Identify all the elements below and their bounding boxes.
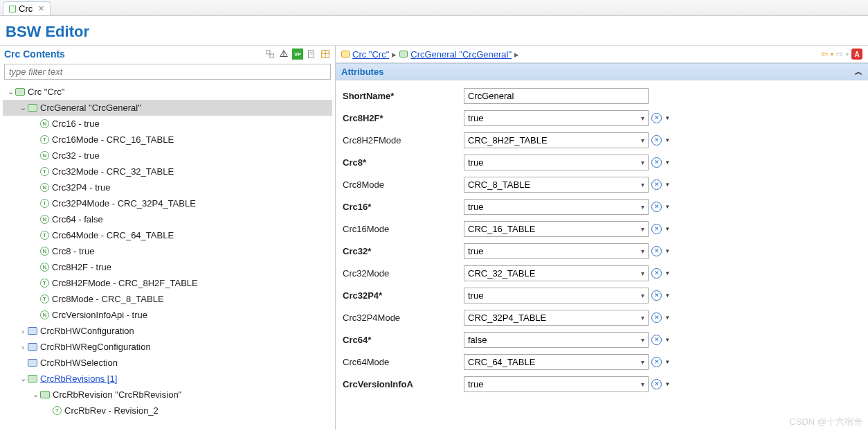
vp-res-icon[interactable]: VP	[292, 49, 303, 60]
attribute-menu-icon[interactable]: ▾	[666, 137, 669, 143]
doc-icon[interactable]	[306, 49, 317, 60]
attribute-label: Crc64Mode	[343, 357, 464, 367]
attribute-menu-icon[interactable]: ▾	[666, 292, 669, 299]
collapse-tree-icon[interactable]	[278, 49, 289, 60]
expand-closed-icon[interactable]: ›	[18, 343, 28, 351]
tree-label: CrcRbHWSelection	[40, 358, 118, 368]
attribute-row: Crc32P4*true▾✕▾	[343, 284, 861, 306]
tree-row[interactable]: ·TCrcRbRev - Revision_2	[3, 403, 332, 419]
attribute-menu-icon[interactable]: ▾	[666, 225, 669, 232]
attribute-label: Crc32P4*	[343, 290, 464, 301]
tree-row[interactable]: ·CrcRbHWSelection	[3, 355, 332, 371]
attribute-select[interactable]: true▾	[464, 155, 649, 170]
chevron-down-icon: ▾	[641, 270, 644, 277]
tab-crc[interactable]: Crc ✕	[3, 1, 51, 15]
tree-row[interactable]: ›CrcRbHWConfiguration	[3, 323, 332, 339]
tree-row[interactable]: ·TCrc8Mode - CRC_8_TABLE	[3, 291, 332, 307]
annotation-badge[interactable]: A	[851, 49, 862, 60]
expand-open-icon[interactable]: ⌄	[18, 374, 28, 383]
reset-icon[interactable]: ✕	[651, 157, 662, 168]
attribute-menu-icon[interactable]: ▾	[666, 181, 669, 188]
numeric-param-icon: N	[40, 215, 49, 224]
attribute-select[interactable]: true▾	[464, 243, 649, 259]
tree-row[interactable]: ·NCrc8 - true	[3, 243, 332, 259]
attribute-label: Crc32*	[343, 246, 464, 256]
reset-icon[interactable]: ✕	[651, 246, 662, 256]
contents-toolbar: VP	[264, 49, 331, 60]
tree-label: CrcRbRevisions [1]	[40, 373, 117, 384]
tree-row[interactable]: ·NCrc64 - false	[3, 211, 332, 227]
reset-icon[interactable]: ✕	[651, 224, 662, 234]
tree-row[interactable]: ·NCrc32P4 - true	[3, 179, 332, 195]
attribute-select[interactable]: CRC_64_TABLE▾	[464, 354, 649, 370]
attribute-select[interactable]: true▾	[464, 288, 649, 304]
attribute-menu-icon[interactable]: ▾	[666, 114, 669, 121]
reset-icon[interactable]: ✕	[651, 135, 662, 146]
back-dropdown-icon[interactable]: ▾	[831, 51, 833, 58]
reset-icon[interactable]: ✕	[651, 357, 662, 367]
tree-row[interactable]: ·TCrc8H2FMode - CRC_8H2F_TABLE	[3, 275, 332, 291]
expand-open-icon[interactable]: ⌄	[18, 103, 28, 112]
tree-row[interactable]: ·TCrc64Mode - CRC_64_TABLE	[3, 227, 332, 243]
attribute-select[interactable]: true▾	[464, 376, 649, 392]
tree-label: Crc64Mode - CRC_64_TABLE	[52, 230, 174, 240]
tree-row[interactable]: ·TCrc32Mode - CRC_32_TABLE	[3, 164, 332, 179]
back-arrow-icon[interactable]: ⇦	[821, 49, 828, 59]
attribute-select[interactable]: CRC_8H2F_TABLE▾	[464, 132, 649, 148]
attribute-menu-icon[interactable]: ▾	[666, 314, 669, 321]
select-value: false	[468, 335, 487, 345]
attribute-menu-icon[interactable]: ▾	[666, 358, 669, 365]
tree-row[interactable]: ·TCrc16Mode - CRC_16_TABLE	[3, 132, 332, 148]
reset-icon[interactable]: ✕	[651, 179, 662, 190]
tree-row[interactable]: ·NCrc32 - true	[3, 148, 332, 164]
tree-row[interactable]: ·NCrcVersionInfoApi - true	[3, 307, 332, 323]
attribute-row: CrcVersionInfoAtrue▾✕▾	[343, 373, 861, 395]
tree-row[interactable]: ⌄Crc "Crc"	[3, 84, 332, 100]
attribute-select[interactable]: CRC_32_TABLE▾	[464, 265, 649, 281]
tab-bar: Crc ✕	[0, 0, 868, 16]
tree-row[interactable]: ·NCrc8H2F - true	[3, 259, 332, 275]
tree-row[interactable]: ·TCrc32P4Mode - CRC_32P4_TABLE	[3, 195, 332, 211]
attribute-menu-icon[interactable]: ▾	[666, 380, 669, 387]
tree-row[interactable]: ›CrcRbHWRegConfiguration	[3, 339, 332, 355]
expand-open-icon[interactable]: ⌄	[30, 390, 40, 399]
attributes-header[interactable]: Attributes ︽	[336, 63, 868, 80]
attribute-select[interactable]: true▾	[464, 110, 649, 126]
tree-row[interactable]: ⌄CrcRbRevision "CrcRbRevision"	[3, 387, 332, 403]
attribute-row: Crc8ModeCRC_8_TABLE▾✕▾	[343, 173, 861, 195]
attribute-select[interactable]: CRC_32P4_TABLE▾	[464, 310, 649, 326]
reset-icon[interactable]: ✕	[651, 335, 662, 345]
filter-input[interactable]	[4, 64, 331, 80]
attribute-text-input[interactable]	[464, 88, 649, 104]
attribute-menu-icon[interactable]: ▾	[666, 270, 669, 276]
reset-icon[interactable]: ✕	[651, 268, 662, 279]
tree-row[interactable]: ⌄CrcGeneral "CrcGeneral"	[3, 100, 332, 116]
attribute-select[interactable]: CRC_8_TABLE▾	[464, 177, 649, 193]
collapse-chevron-icon[interactable]: ︽	[855, 67, 862, 77]
chevron-down-icon: ▾	[641, 159, 644, 166]
expand-closed-icon[interactable]: ›	[18, 327, 28, 335]
reset-icon[interactable]: ✕	[651, 290, 662, 301]
attribute-select[interactable]: false▾	[464, 332, 649, 348]
breadcrumb-crc[interactable]: Crc "Crc"	[352, 49, 389, 60]
reset-icon[interactable]: ✕	[651, 313, 662, 323]
expand-all-icon[interactable]	[264, 49, 275, 60]
attribute-menu-icon[interactable]: ▾	[666, 203, 669, 210]
attribute-select[interactable]: CRC_16_TABLE▾	[464, 221, 649, 237]
attribute-select[interactable]: true▾	[464, 199, 649, 215]
tree-row[interactable]: ·NCrc16 - true	[3, 116, 332, 132]
attribute-menu-icon[interactable]: ▾	[666, 336, 669, 343]
tree-row[interactable]: ⌄CrcRbRevisions [1]	[3, 371, 332, 387]
reset-icon[interactable]: ✕	[651, 113, 662, 123]
grid-icon[interactable]	[320, 49, 331, 60]
attribute-menu-icon[interactable]: ▾	[666, 247, 669, 254]
close-icon[interactable]: ✕	[38, 4, 44, 13]
attribute-menu-icon[interactable]: ▾	[666, 159, 669, 166]
reset-icon[interactable]: ✕	[651, 379, 662, 389]
expand-open-icon[interactable]: ⌄	[6, 87, 15, 96]
select-value: true	[468, 246, 483, 256]
breadcrumb-crcgeneral[interactable]: CrcGeneral "CrcGeneral"	[410, 49, 512, 60]
reset-icon[interactable]: ✕	[651, 202, 662, 212]
attribute-row: Crc8H2F*true▾✕▾	[343, 107, 861, 129]
tree-label: Crc8H2FMode - CRC_8H2F_TABLE	[52, 278, 198, 288]
